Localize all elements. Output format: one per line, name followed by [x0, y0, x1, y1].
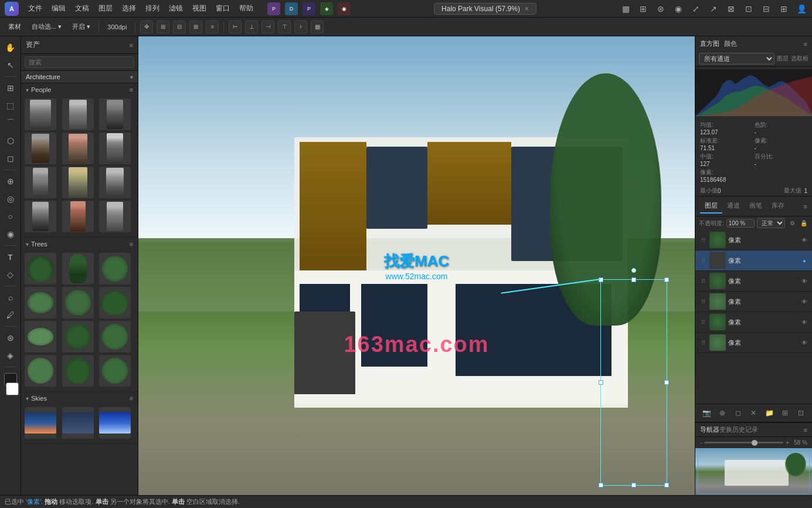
list-item[interactable]	[25, 321, 56, 353]
list-item[interactable]	[62, 407, 94, 439]
dodge-burn-tool[interactable]: ○	[3, 209, 18, 224]
toolbar-transform-btn[interactable]: ⊞	[157, 21, 169, 33]
list-item[interactable]	[99, 253, 131, 285]
menu-item-file[interactable]: 文件	[28, 4, 42, 13]
blur-tool[interactable]: ◉	[3, 226, 18, 242]
list-item[interactable]	[99, 321, 131, 353]
layer-visibility-icon[interactable]: 👁	[800, 297, 808, 306]
select-rect-tool[interactable]: ⬚	[3, 98, 18, 113]
assets-panel-menu[interactable]: ≡	[130, 42, 133, 49]
gradient-tool[interactable]: ◈	[3, 348, 18, 363]
list-item[interactable]	[99, 407, 131, 439]
navigator-preview[interactable]	[695, 448, 812, 495]
toolbar-align-top[interactable]: ⊤	[278, 21, 291, 33]
menu-item-document[interactable]: 文稿	[75, 4, 89, 13]
skies-section-menu[interactable]: ≡	[130, 395, 133, 402]
mask-layer-button[interactable]: ◻	[732, 407, 745, 419]
category-selector[interactable]: Architecture ▾	[21, 71, 138, 83]
zoom-fit-icon[interactable]: ⤢	[690, 3, 702, 15]
toolbar-open[interactable]: 开启 ▾	[69, 21, 94, 32]
search-input[interactable]	[25, 56, 134, 68]
layers-menu-icon[interactable]: ≡	[804, 203, 807, 210]
share-icon[interactable]: ↗	[708, 3, 719, 15]
toolbar-grid-btn[interactable]: ⊟	[173, 21, 186, 33]
menu-item-filter[interactable]: 滤镜	[169, 4, 183, 13]
toolbar-dpi[interactable]: 300dpi	[104, 22, 130, 32]
list-item[interactable]	[62, 99, 94, 130]
zoom-plus-button[interactable]: +	[786, 439, 789, 446]
crop-tool[interactable]: ⊞	[3, 80, 18, 96]
tab-history[interactable]: 历史记录	[732, 425, 758, 434]
list-item[interactable]	[99, 201, 131, 232]
list-item[interactable]	[99, 133, 131, 164]
menu-item-layer[interactable]: 图层	[98, 4, 113, 13]
list-item[interactable]	[25, 133, 56, 164]
heal-tool[interactable]: ⊕	[3, 174, 18, 189]
list-item[interactable]	[25, 355, 56, 387]
toolbar-align-left[interactable]: ⊢	[229, 21, 242, 33]
view-icon[interactable]: ⊟	[760, 3, 772, 15]
menu-item-select[interactable]: 选择	[122, 4, 136, 13]
clone-icon[interactable]: ⊡	[743, 3, 755, 15]
trees-section-header[interactable]: ▾ Trees ≡	[21, 238, 138, 250]
app-switcher-publisher[interactable]: P	[303, 2, 315, 15]
zoom-tool[interactable]: ⌕	[3, 290, 18, 305]
tab-channels[interactable]: 通道	[722, 199, 745, 214]
arrange-icon[interactable]: ⊠	[725, 3, 737, 15]
histogram-tab-selection[interactable]: 选取框	[791, 55, 808, 63]
list-item[interactable]	[62, 201, 94, 232]
channel-select[interactable]: 所有通道	[699, 53, 774, 65]
toolbar-align-btn[interactable]: ≡	[206, 21, 219, 33]
layer-visibility-icon[interactable]: 👁	[800, 277, 808, 285]
effects-icon[interactable]: ◉	[672, 3, 684, 15]
trees-section-menu[interactable]: ≡	[130, 241, 133, 248]
layers-icon[interactable]: ⊞	[637, 3, 649, 15]
list-item[interactable]	[99, 167, 131, 198]
close-tab-button[interactable]: ×	[525, 5, 529, 13]
user-icon[interactable]: 👤	[796, 3, 807, 15]
menu-item-view[interactable]: 视图	[192, 4, 206, 13]
histogram-menu-icon[interactable]: ≡	[804, 40, 807, 48]
app-switcher-5[interactable]: ◉	[338, 2, 351, 15]
select-lasso-tool[interactable]: ⌒	[3, 116, 18, 131]
layer-row[interactable]: ⠿ 像素 👁	[695, 292, 812, 312]
list-item[interactable]	[62, 287, 94, 319]
list-item[interactable]	[62, 355, 94, 387]
app-switcher-4[interactable]: ◈	[320, 2, 333, 15]
list-item[interactable]	[25, 167, 56, 198]
list-item[interactable]	[62, 321, 94, 353]
layer-visibility-icon[interactable]: 👁	[800, 236, 808, 244]
pointer-tool[interactable]: ↖	[3, 57, 18, 73]
hand-tool[interactable]: ✋	[3, 40, 18, 55]
list-item[interactable]	[25, 201, 56, 232]
add-pixel-layer-button[interactable]: 📷	[700, 407, 713, 419]
menu-item-edit[interactable]: 编辑	[52, 4, 66, 13]
add-folder-button[interactable]: 📁	[763, 407, 776, 419]
list-item[interactable]	[99, 287, 131, 319]
people-section-menu[interactable]: ≡	[130, 86, 133, 93]
add-adjustment-button[interactable]: ⊕	[716, 407, 729, 419]
layer-row[interactable]: ⠿ 像素 👁	[695, 230, 812, 250]
list-item[interactable]	[25, 253, 56, 285]
tab-layers[interactable]: 图层	[700, 199, 722, 214]
menu-item-help[interactable]: 帮助	[239, 4, 253, 13]
layer-visibility-icon[interactable]: 👁	[800, 338, 808, 347]
blend-mode-select[interactable]: 正常	[757, 218, 785, 228]
tab-library[interactable]: 库存	[767, 199, 789, 214]
adjustments-icon[interactable]: ⊛	[655, 3, 667, 15]
layer-visibility-icon[interactable]: 👁	[800, 318, 808, 326]
toolbar-align-right[interactable]: ⊣	[261, 21, 274, 33]
canvas-area[interactable]: 找爱MAC www.52mac.com 163mac.com	[138, 36, 695, 495]
list-item[interactable]	[99, 355, 131, 387]
list-item[interactable]	[25, 287, 56, 319]
list-item[interactable]	[25, 99, 56, 130]
clone-stamp-tool[interactable]: ◎	[3, 191, 18, 206]
list-item[interactable]	[25, 407, 56, 439]
zoom-slider[interactable]	[704, 442, 783, 443]
layer-visibility-icon[interactable]: ●	[800, 256, 808, 265]
list-item[interactable]	[62, 133, 94, 164]
export-icon[interactable]: ⊞	[778, 3, 790, 15]
tab-navigator[interactable]: 导航器	[700, 425, 719, 434]
eyedropper-tool[interactable]: 🖊	[3, 307, 18, 323]
background-color[interactable]	[6, 382, 19, 395]
